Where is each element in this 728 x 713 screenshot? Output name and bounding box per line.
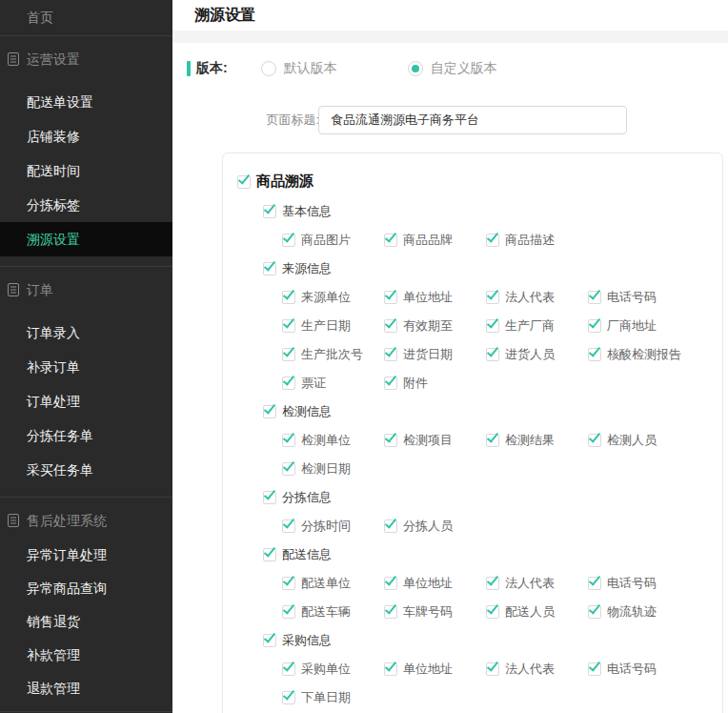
tree-leaf[interactable]: 附件 <box>384 375 428 392</box>
sidebar-item-supplement-order[interactable]: 补录订单 <box>0 350 172 384</box>
checkbox-checked[interactable] <box>486 291 499 304</box>
checkbox-checked[interactable] <box>384 319 397 333</box>
sidebar-item-delivery-time[interactable]: 配送时间 <box>0 153 172 188</box>
checkbox-checked[interactable] <box>282 348 295 361</box>
checkbox-checked[interactable] <box>486 577 499 590</box>
checkbox-checked[interactable] <box>282 319 295 333</box>
checkbox-checked[interactable] <box>384 605 397 619</box>
sidebar-item-sales-return[interactable]: 销售退货 <box>0 605 172 639</box>
sidebar-item-sorting-task-list[interactable]: 分拣任务单 <box>0 418 172 453</box>
checkbox-checked[interactable] <box>282 662 295 676</box>
checkbox-checked[interactable] <box>384 434 397 447</box>
tree-leaf[interactable]: 电话号码 <box>588 661 657 678</box>
checkbox-checked[interactable] <box>263 205 276 218</box>
checkbox-checked[interactable] <box>486 319 499 333</box>
checkbox-checked[interactable] <box>588 291 601 304</box>
checkbox-checked[interactable] <box>384 662 397 676</box>
tree-leaf[interactable]: 商品图片 <box>282 232 384 249</box>
sidebar-item-abnormal-goods-query[interactable]: 异常商品查询 <box>0 572 172 605</box>
tree-root-row[interactable]: 商品溯源 <box>223 166 722 197</box>
sidebar-item-refund-management[interactable]: 退款管理 <box>0 672 172 705</box>
tree-leaf[interactable]: 法人代表 <box>486 575 588 592</box>
checkbox-checked[interactable] <box>486 662 499 676</box>
sidebar-item-supplement-payment[interactable]: 补款管理 <box>0 639 172 672</box>
tree-leaf[interactable]: 商品描述 <box>486 232 555 249</box>
tree-leaf[interactable]: 来源单位 <box>282 289 384 306</box>
checkbox-checked[interactable] <box>384 348 397 361</box>
checkbox-checked[interactable] <box>384 291 397 304</box>
checkbox-checked[interactable] <box>282 577 295 590</box>
tree-leaf[interactable]: 电话号码 <box>588 575 657 592</box>
radio-unselected-icon[interactable] <box>261 61 276 76</box>
tree-leaf[interactable]: 进货日期 <box>384 346 486 363</box>
tree-leaf[interactable]: 配送车辆 <box>282 603 384 621</box>
tree-leaf[interactable]: 核酸检测报告 <box>588 346 681 363</box>
checkbox-checked[interactable] <box>237 175 251 189</box>
tree-leaf[interactable]: 生产厂商 <box>486 317 588 335</box>
radio-selected-icon[interactable] <box>408 61 423 76</box>
sidebar-item-home[interactable]: 首页 <box>0 0 172 35</box>
checkbox-checked[interactable] <box>384 377 397 390</box>
tree-leaf[interactable]: 分拣人员 <box>384 518 453 535</box>
checkbox-checked[interactable] <box>486 434 499 447</box>
tree-leaf[interactable]: 法人代表 <box>486 661 588 678</box>
radio-option-custom-version[interactable]: 自定义版本 <box>408 60 497 77</box>
tree-leaf[interactable]: 检测项目 <box>384 432 486 449</box>
tree-leaf[interactable]: 采购单位 <box>282 661 384 678</box>
checkbox-checked[interactable] <box>282 291 295 304</box>
checkbox-checked[interactable] <box>486 348 499 361</box>
tree-leaf[interactable]: 厂商地址 <box>588 317 657 335</box>
tree-group-basic-info[interactable]: 基本信息 <box>223 197 722 226</box>
checkbox-checked[interactable] <box>282 234 295 247</box>
checkbox-checked[interactable] <box>486 605 499 619</box>
tree-leaf[interactable]: 检测结果 <box>486 432 588 449</box>
checkbox-checked[interactable] <box>588 348 601 361</box>
sidebar-item-traceability-settings[interactable]: 溯源设置 <box>0 222 172 256</box>
tree-leaf[interactable]: 票证 <box>282 375 384 392</box>
checkbox-checked[interactable] <box>588 319 601 333</box>
tree-group-source-info[interactable]: 来源信息 <box>223 255 722 283</box>
tree-leaf[interactable]: 检测人员 <box>588 432 657 449</box>
checkbox-checked[interactable] <box>282 691 295 704</box>
checkbox-checked[interactable] <box>588 434 601 447</box>
checkbox-checked[interactable] <box>588 662 601 676</box>
sidebar-item-shop-decoration[interactable]: 店铺装修 <box>0 119 172 153</box>
tree-leaf[interactable]: 单位地址 <box>384 289 486 306</box>
tree-leaf[interactable]: 配送单位 <box>282 575 384 592</box>
checkbox-checked[interactable] <box>486 234 499 247</box>
checkbox-checked[interactable] <box>263 405 276 418</box>
checkbox-checked[interactable] <box>263 491 276 504</box>
tree-leaf[interactable]: 车牌号码 <box>384 603 486 621</box>
tree-leaf[interactable]: 商品品牌 <box>384 232 486 249</box>
tree-leaf[interactable]: 法人代表 <box>486 289 588 306</box>
tree-leaf[interactable]: 进货人员 <box>486 346 588 363</box>
tree-leaf[interactable]: 电话号码 <box>588 289 657 306</box>
tree-leaf[interactable]: 有效期至 <box>384 317 486 335</box>
checkbox-checked[interactable] <box>282 377 295 390</box>
checkbox-checked[interactable] <box>282 519 295 533</box>
sidebar-item-order-entry[interactable]: 订单录入 <box>0 316 172 350</box>
tree-leaf[interactable]: 下单日期 <box>282 689 351 706</box>
sidebar-item-purchase-task-list[interactable]: 采买任务单 <box>0 453 172 487</box>
tree-group-purchase-info[interactable]: 采购信息 <box>223 626 722 655</box>
tree-group-sorting-info[interactable]: 分拣信息 <box>223 483 722 512</box>
tree-leaf[interactable]: 单位地址 <box>384 575 486 592</box>
tree-leaf[interactable]: 单位地址 <box>384 661 486 678</box>
radio-option-default-version[interactable]: 默认版本 <box>261 60 337 77</box>
tree-leaf[interactable]: 物流轨迹 <box>588 603 657 621</box>
checkbox-checked[interactable] <box>263 262 276 275</box>
tree-group-test-info[interactable]: 检测信息 <box>223 397 722 426</box>
tree-leaf[interactable]: 检测单位 <box>282 432 384 449</box>
tree-leaf[interactable]: 生产日期 <box>282 317 384 335</box>
tree-leaf[interactable]: 分拣时间 <box>282 518 384 535</box>
tree-group-delivery-info[interactable]: 配送信息 <box>223 540 722 569</box>
tree-leaf[interactable]: 检测日期 <box>282 460 351 478</box>
checkbox-checked[interactable] <box>282 605 295 619</box>
checkbox-checked[interactable] <box>384 577 397 590</box>
checkbox-checked[interactable] <box>384 234 397 247</box>
checkbox-checked[interactable] <box>588 577 601 590</box>
sidebar-item-order-processing[interactable]: 订单处理 <box>0 384 172 418</box>
tree-leaf[interactable]: 生产批次号 <box>282 346 384 363</box>
checkbox-checked[interactable] <box>282 462 295 476</box>
checkbox-checked[interactable] <box>588 605 601 619</box>
